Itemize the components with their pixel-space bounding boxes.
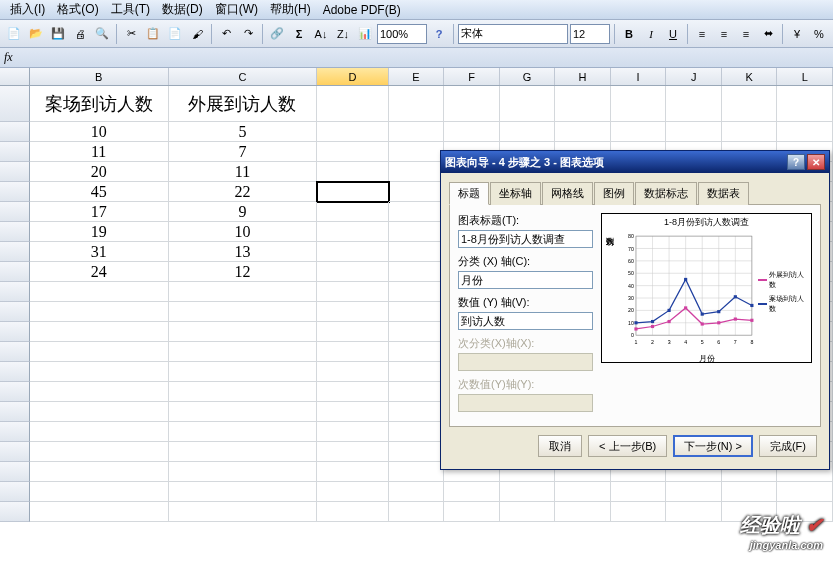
cell[interactable] — [389, 362, 445, 382]
align-left-icon[interactable]: ≡ — [692, 24, 712, 44]
merge-icon[interactable]: ⬌ — [758, 24, 778, 44]
row-header[interactable] — [0, 242, 30, 262]
cell[interactable] — [169, 402, 318, 422]
x-axis-input[interactable] — [458, 271, 593, 289]
cell[interactable] — [317, 182, 388, 202]
sort-desc-icon[interactable]: Z↓ — [333, 24, 353, 44]
cell[interactable] — [317, 442, 388, 462]
percent-icon[interactable]: % — [809, 24, 829, 44]
cell[interactable] — [169, 482, 318, 502]
preview-icon[interactable]: 🔍 — [92, 24, 112, 44]
cell[interactable] — [169, 502, 318, 522]
cell[interactable] — [389, 502, 445, 522]
cell[interactable]: 11 — [169, 162, 318, 182]
cell[interactable]: 19 — [30, 222, 169, 242]
cell[interactable] — [30, 382, 169, 402]
cell[interactable]: 24 — [30, 262, 169, 282]
paste-icon[interactable]: 📄 — [165, 24, 185, 44]
back-button[interactable]: < 上一步(B) — [588, 435, 667, 457]
row-header[interactable] — [0, 162, 30, 182]
format-painter-icon[interactable]: 🖌 — [187, 24, 207, 44]
cell[interactable] — [30, 502, 169, 522]
cell[interactable]: 7 — [169, 142, 318, 162]
fx-icon[interactable]: fx — [4, 50, 13, 65]
cell[interactable]: 22 — [169, 182, 318, 202]
cell[interactable] — [30, 362, 169, 382]
italic-icon[interactable]: I — [641, 24, 661, 44]
menu-format[interactable]: 格式(O) — [51, 1, 104, 18]
cell[interactable] — [30, 462, 169, 482]
cell[interactable]: 10 — [30, 122, 169, 142]
cell[interactable] — [389, 442, 445, 462]
row-header[interactable] — [0, 482, 30, 502]
print-icon[interactable]: 🖨 — [70, 24, 90, 44]
row-header[interactable] — [0, 262, 30, 282]
cell[interactable]: 案场到访人数 — [30, 86, 169, 122]
row-header[interactable] — [0, 222, 30, 242]
finish-button[interactable]: 完成(F) — [759, 435, 817, 457]
cell[interactable] — [30, 342, 169, 362]
row-header[interactable] — [0, 302, 30, 322]
col-header-C[interactable]: C — [169, 68, 318, 85]
cell[interactable] — [169, 362, 318, 382]
col-header-H[interactable]: H — [555, 68, 611, 85]
cell[interactable] — [317, 122, 388, 142]
cell[interactable] — [317, 322, 388, 342]
cell[interactable] — [444, 122, 500, 142]
tab-legend[interactable]: 图例 — [594, 182, 634, 205]
dialog-titlebar[interactable]: 图表向导 - 4 步骤之 3 - 图表选项 ? ✕ — [441, 151, 829, 173]
row-header[interactable] — [0, 382, 30, 402]
cell[interactable] — [317, 422, 388, 442]
cell[interactable] — [317, 142, 388, 162]
row-header[interactable] — [0, 182, 30, 202]
cell[interactable] — [555, 482, 611, 502]
cell[interactable] — [389, 462, 445, 482]
cell[interactable] — [666, 502, 722, 522]
row-header[interactable] — [0, 122, 30, 142]
menu-window[interactable]: 窗口(W) — [209, 1, 264, 18]
cell[interactable] — [30, 322, 169, 342]
cell[interactable] — [444, 502, 500, 522]
row-header[interactable] — [0, 462, 30, 482]
row-header[interactable] — [0, 422, 30, 442]
copy-icon[interactable]: 📋 — [143, 24, 163, 44]
cell[interactable] — [500, 502, 556, 522]
row-header[interactable] — [0, 442, 30, 462]
cell[interactable] — [555, 122, 611, 142]
sort-asc-icon[interactable]: A↓ — [311, 24, 331, 44]
cell[interactable]: 11 — [30, 142, 169, 162]
bold-icon[interactable]: B — [619, 24, 639, 44]
redo-icon[interactable]: ↷ — [238, 24, 258, 44]
align-right-icon[interactable]: ≡ — [736, 24, 756, 44]
col-header-E[interactable]: E — [389, 68, 445, 85]
cell[interactable]: 17 — [30, 202, 169, 222]
cell[interactable] — [169, 342, 318, 362]
select-all-corner[interactable] — [0, 68, 30, 85]
row-header[interactable] — [0, 322, 30, 342]
autosum-icon[interactable]: Σ — [289, 24, 309, 44]
cell[interactable] — [611, 122, 667, 142]
next-button[interactable]: 下一步(N) > — [673, 435, 753, 457]
cell[interactable] — [722, 86, 778, 122]
cell[interactable] — [722, 122, 778, 142]
cell[interactable] — [666, 482, 722, 502]
cell[interactable] — [317, 502, 388, 522]
cell[interactable]: 9 — [169, 202, 318, 222]
close-button[interactable]: ✕ — [807, 154, 825, 170]
chart-icon[interactable]: 📊 — [355, 24, 375, 44]
open-icon[interactable]: 📂 — [26, 24, 46, 44]
cell[interactable] — [317, 86, 388, 122]
col-header-L[interactable]: L — [777, 68, 833, 85]
cell[interactable] — [317, 342, 388, 362]
cell[interactable] — [389, 282, 445, 302]
cell[interactable] — [317, 222, 388, 242]
cell[interactable] — [317, 202, 388, 222]
cell[interactable] — [389, 182, 445, 202]
col-header-K[interactable]: K — [722, 68, 778, 85]
menu-help[interactable]: 帮助(H) — [264, 1, 317, 18]
row-header[interactable] — [0, 202, 30, 222]
tab-axes[interactable]: 坐标轴 — [490, 182, 541, 205]
row-header[interactable] — [0, 342, 30, 362]
cell[interactable] — [317, 402, 388, 422]
link-icon[interactable]: 🔗 — [267, 24, 287, 44]
